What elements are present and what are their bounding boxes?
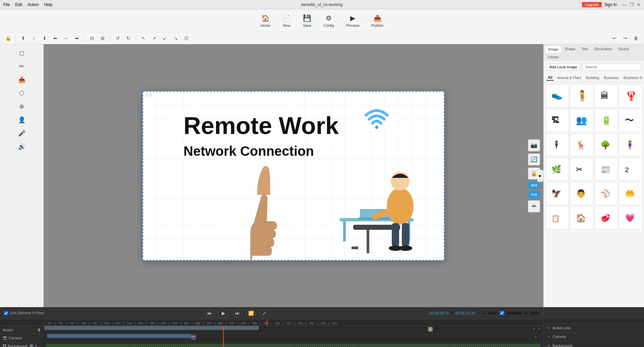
image-thumb-7[interactable]: 🔋 (595, 109, 618, 132)
zoom-out[interactable]: − (478, 310, 480, 316)
image-search-input[interactable] (582, 63, 641, 71)
tab-shape[interactable]: Shape (562, 46, 578, 53)
background-add[interactable]: + (35, 344, 37, 347)
align-right[interactable]: ➡ (72, 33, 82, 43)
align-top[interactable]: ⬆ (18, 33, 28, 43)
tab-decoration[interactable]: Decoration (592, 46, 615, 53)
track-camera-content[interactable]: 📷 + (44, 334, 543, 342)
track-action-content[interactable]: ⚡ + + (44, 326, 543, 334)
close-button[interactable]: ✕ (637, 2, 641, 7)
align-tr[interactable]: ↗ (150, 33, 159, 43)
image-thumb-12[interactable]: 🧍‍♀️ (619, 133, 642, 156)
screenshot-tool[interactable]: 📷 (528, 139, 540, 151)
image-thumb-4[interactable]: 🦞 (619, 84, 642, 108)
align-hcenter[interactable]: ↔ (61, 33, 71, 43)
rotate-right[interactable]: ↻ (124, 33, 133, 43)
align-distribute-h[interactable]: ⊟ (87, 33, 97, 43)
undo-button[interactable]: ↩ (610, 33, 619, 43)
tool-export[interactable]: 📤 (13, 74, 30, 86)
image-thumb-13[interactable]: 🌿 (546, 157, 569, 181)
play-next-button[interactable]: ⏭ (233, 308, 242, 318)
aspect-169[interactable]: 16:9 (528, 182, 540, 189)
align-tl[interactable]: ↖ (139, 33, 148, 43)
toolbar-new[interactable]: 📄 New (277, 12, 296, 29)
align-lock[interactable]: 🔒 (3, 33, 13, 43)
redo-button[interactable]: ↪ (621, 33, 630, 43)
image-thumb-5[interactable]: 🏗 (546, 109, 569, 132)
canvas-frame[interactable]: ◻ 1 Remote Work Network Connection (143, 91, 444, 261)
rotate-left[interactable]: ↺ (113, 33, 122, 43)
image-thumb-11[interactable]: 🌳 (595, 133, 618, 156)
align-bottom[interactable]: ⬇ (40, 33, 49, 43)
menu-help[interactable]: Help (44, 2, 52, 7)
fit-timeline[interactable]: ⊡ (524, 311, 527, 315)
image-thumb-9[interactable]: 🕴 (546, 133, 569, 156)
play-button[interactable]: ▶ (218, 308, 229, 319)
image-thumb-16[interactable]: 2 (619, 157, 642, 181)
cat-animal[interactable]: Animal & Plant (556, 75, 583, 80)
tab-image[interactable]: Image (545, 46, 561, 53)
lock-elements-checkbox[interactable] (4, 311, 8, 315)
upgrade-button[interactable]: Upgrade (582, 2, 601, 7)
image-thumb-6[interactable]: 👥 (570, 109, 593, 132)
tool-audio[interactable]: 🔊 (13, 141, 30, 153)
cat-all[interactable]: All (546, 75, 554, 81)
menu-action[interactable]: Action (28, 2, 39, 7)
align-middle[interactable]: ⊡ (182, 33, 191, 43)
delete-button[interactable]: 🗑 (631, 33, 641, 43)
edit-tool[interactable]: ✏ (528, 200, 540, 212)
cat-business[interactable]: Business (602, 75, 620, 80)
toolbar-config[interactable]: ⚙ Config (318, 12, 339, 29)
align-left[interactable]: ⬅ (51, 33, 60, 43)
sign-in-link[interactable]: Sign In (604, 2, 617, 7)
toolbar-save[interactable]: 💾 Save (298, 12, 317, 29)
image-thumb-3[interactable]: 🏛 (595, 84, 618, 108)
image-thumb-21[interactable]: 📋 (546, 206, 569, 229)
panel-expand-arrow[interactable]: ▶ (537, 170, 543, 182)
refresh-tool[interactable]: 🔄 (528, 153, 540, 165)
image-thumb-15[interactable]: 📰 (595, 157, 618, 181)
cat-business-n[interactable]: Business N. (622, 75, 644, 80)
align-distribute-v[interactable]: ⊞ (98, 33, 107, 43)
image-thumb-14[interactable]: ✂ (570, 157, 593, 181)
image-thumb-19[interactable]: ⚾ (595, 182, 618, 205)
aspect-916[interactable]: 9:16 (528, 191, 540, 198)
right-action-line[interactable]: + Action Line (544, 324, 644, 332)
image-thumb-8[interactable]: 〜 (619, 109, 642, 132)
track-background-content[interactable] (44, 342, 543, 347)
toolbar-preview[interactable]: ▶ Preview (341, 12, 365, 29)
gridlines-checkbox[interactable] (500, 311, 504, 315)
loop-button[interactable]: 🔁 (246, 308, 256, 318)
right-background[interactable]: + Background (544, 341, 644, 347)
image-thumb-1[interactable]: 👟 (546, 84, 569, 108)
action-delete-icon[interactable]: 🗑 (38, 328, 41, 332)
image-thumb-2[interactable]: 🧍 (570, 84, 593, 108)
zoom-in[interactable]: + (483, 310, 486, 316)
image-thumb-10[interactable]: 🦌 (570, 133, 593, 156)
right-camera[interactable]: + Camera (544, 333, 644, 341)
image-thumb-18[interactable]: 👨 (570, 182, 593, 205)
toolbar-publish[interactable]: 📤 Publish (366, 12, 389, 29)
expand-button[interactable]: ⤢ (260, 308, 269, 318)
toolbar-home[interactable]: 🏠 Home (255, 12, 276, 29)
minimize-button[interactable]: — (622, 2, 627, 7)
tool-select[interactable]: ◻ (13, 47, 30, 59)
play-prev-button[interactable]: ⏮ (205, 308, 214, 318)
ruler-playhead[interactable] (267, 319, 267, 326)
cat-building[interactable]: Building (585, 75, 600, 80)
align-br[interactable]: ↘ (171, 33, 180, 43)
tool-person[interactable]: 👤 (13, 114, 30, 126)
image-thumb-20[interactable]: 🤲 (619, 182, 642, 205)
network-subtitle[interactable]: Network Connection (183, 144, 314, 159)
menu-edit[interactable]: Edit (15, 2, 22, 7)
align-vcenter[interactable]: ↕ (29, 33, 39, 43)
menu-file[interactable]: File (3, 2, 10, 7)
tool-edit[interactable]: ✏ (13, 60, 30, 72)
tab-library[interactable]: Library (545, 54, 562, 60)
image-thumb-22[interactable]: 🏠 (570, 206, 593, 229)
image-thumb-17[interactable]: 🦅 (546, 182, 569, 205)
add-local-image-button[interactable]: Add Local Image (546, 63, 580, 71)
align-bl[interactable]: ↙ (160, 33, 170, 43)
maximize-button[interactable]: ❐ (630, 2, 634, 7)
tab-sound[interactable]: Sound (615, 46, 632, 53)
